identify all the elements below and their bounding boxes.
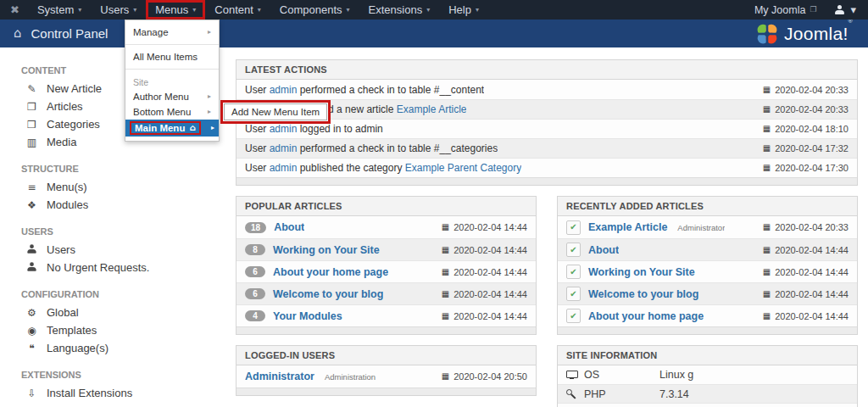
- joomla-color-logo-icon: [756, 23, 778, 45]
- calendar-icon: ▦: [442, 268, 449, 276]
- calendar-icon: ▦: [763, 86, 771, 94]
- site-information-header: SITE INFORMATION: [558, 346, 857, 365]
- article-link[interactable]: About: [588, 244, 619, 256]
- my-joomla-link[interactable]: My Joomla❐: [754, 4, 817, 16]
- recently-added-articles-panel: RECENTLY ADDED ARTICLES ✔Example Article…: [557, 196, 858, 335]
- hits-badge: 6: [245, 288, 265, 299]
- article-link[interactable]: About your home page: [273, 266, 388, 278]
- publish-check-button[interactable]: ✔: [566, 309, 581, 323]
- dropdown-item-all-menu-items[interactable]: All Menu Items: [125, 49, 219, 64]
- nav-item-system[interactable]: System▾: [28, 0, 91, 20]
- pencil-icon: ✎: [25, 84, 38, 94]
- key-icon: [566, 389, 576, 399]
- recent-article-row: ✔Welcome to your blog ▦2020-02-04 14:44: [558, 282, 857, 304]
- sidebar-item-users[interactable]: Users: [0, 241, 227, 259]
- eye-icon: ◉: [25, 326, 38, 336]
- site-information-panel: SITE INFORMATION OS Linux g PHP 7.3.14 M…: [557, 345, 858, 407]
- chevron-down-icon: ▾: [476, 7, 479, 14]
- popular-article-row: 4Your Modules ▦2020-02-04 14:44: [236, 304, 536, 326]
- sidebar-item-menus[interactable]: ≡Menu(s): [0, 178, 227, 196]
- folder-icon: ❒: [25, 120, 38, 130]
- user-link[interactable]: Administrator: [245, 371, 314, 382]
- calendar-icon: ▦: [763, 144, 771, 153]
- publish-check-button[interactable]: ✔: [566, 265, 581, 279]
- nav-item-components[interactable]: Components▾: [270, 0, 359, 20]
- panel-footer: [236, 326, 536, 334]
- flyout-item-add-new-menu-item[interactable]: Add New Menu Item: [224, 103, 327, 120]
- site-info-value: 7.3.14: [659, 388, 689, 400]
- recent-article-row: ✔Working on Your Site ▦2020-02-04 14:44: [558, 260, 857, 282]
- publish-check-button[interactable]: ✔: [566, 220, 581, 235]
- article-link[interactable]: Working on Your Site: [588, 266, 695, 278]
- hits-badge: 8: [245, 244, 265, 255]
- annotation-red-box: Add New Menu Item: [220, 100, 331, 124]
- sidebar-item-templates[interactable]: ◉Templates: [0, 321, 227, 339]
- person-icon: [27, 262, 36, 270]
- sidebar-item-install-extensions[interactable]: ⇩Install Extensions: [0, 384, 227, 402]
- recently-added-header: RECENTLY ADDED ARTICLES: [558, 197, 857, 216]
- media-icon: ▥: [25, 137, 38, 148]
- popular-articles-header: POPULAR ARTICLES: [236, 197, 536, 216]
- user-link[interactable]: admin: [270, 162, 298, 174]
- user-menu[interactable]: ▾: [835, 4, 856, 15]
- popular-articles-panel: POPULAR ARTICLES 18About ▦2020-02-04 14:…: [236, 196, 537, 335]
- menus-dropdown: Manage▸ All Menu Items Site Author Menu▸…: [125, 20, 220, 142]
- category-link[interactable]: Example Parent Category: [405, 162, 521, 174]
- nav-item-menus[interactable]: Menus▾: [146, 0, 205, 20]
- dropdown-item-main-menu[interactable]: Main Menu⌂ ▸: [125, 120, 219, 137]
- logged-in-user-row: AdministratorAdministration ▦2020-02-04 …: [236, 365, 536, 387]
- hits-badge: 6: [245, 266, 265, 277]
- article-link[interactable]: Welcome to your blog: [588, 288, 698, 300]
- check-icon: ✔: [570, 246, 576, 254]
- external-link-icon: ❐: [810, 6, 816, 14]
- articles-icon: ❐: [25, 102, 38, 112]
- nav-item-extensions[interactable]: Extensions▾: [359, 0, 440, 20]
- sidebar-section-users: USERS: [21, 226, 227, 237]
- home-icon: ⌂: [189, 124, 195, 132]
- modules-icon: ❖: [25, 200, 38, 210]
- author-label: Administrator: [677, 223, 725, 232]
- chevron-down-icon: ▾: [850, 4, 856, 15]
- calendar-icon: ▦: [442, 312, 449, 321]
- user-link[interactable]: admin: [270, 142, 298, 154]
- nav-item-users[interactable]: Users▾: [91, 0, 146, 20]
- article-link[interactable]: About your home page: [588, 310, 704, 322]
- publish-check-button[interactable]: ✔: [566, 287, 581, 301]
- calendar-icon: ▦: [763, 268, 771, 276]
- latest-actions-header: LATEST ACTIONS: [236, 60, 857, 80]
- dropdown-item-manage[interactable]: Manage▸: [125, 25, 219, 40]
- panel-footer: [558, 326, 857, 334]
- joomla-logo-icon[interactable]: ✖: [10, 0, 19, 20]
- sidebar-item-no-urgent-requests[interactable]: No Urgent Requests.: [0, 259, 227, 276]
- article-link[interactable]: Working on Your Site: [273, 244, 380, 256]
- article-link[interactable]: About: [274, 221, 304, 233]
- dropdown-item-bottom-menu[interactable]: Bottom Menu▸: [125, 104, 219, 120]
- chevron-right-icon: ▸: [208, 29, 211, 36]
- sidebar-item-languages[interactable]: ❝Language(s): [0, 339, 227, 357]
- dropdown-site-header: Site: [125, 74, 219, 89]
- article-link[interactable]: Your Modules: [273, 310, 342, 322]
- comments-icon: ❝: [25, 343, 38, 354]
- chevron-right-icon: ▸: [211, 125, 214, 131]
- brand-text: Joomla!®: [784, 24, 853, 44]
- dropdown-item-author-menu[interactable]: Author Menu▸: [125, 89, 219, 104]
- user-link[interactable]: admin: [270, 123, 298, 135]
- user-link[interactable]: admin: [270, 84, 298, 96]
- recent-article-row: ✔Example ArticleAdministrator ▦2020-02-0…: [558, 216, 857, 238]
- publish-check-button[interactable]: ✔: [566, 243, 581, 257]
- nav-item-help[interactable]: Help▾: [439, 0, 488, 20]
- site-info-row: OS Linux g: [558, 365, 857, 384]
- sidebar-item-global[interactable]: ⚙Global: [0, 304, 227, 321]
- latest-action-row: User admin performed a check in to table…: [236, 138, 857, 158]
- page-title: Control Panel: [31, 26, 108, 41]
- hits-badge: 4: [245, 310, 265, 321]
- article-link[interactable]: Welcome to your blog: [273, 288, 383, 300]
- sidebar-section-structure: STRUCTURE: [21, 164, 227, 174]
- nav-item-content[interactable]: Content▾: [205, 0, 270, 20]
- sidebar-item-modules[interactable]: ❖Modules: [0, 196, 227, 214]
- top-navbar: ✖ System▾ Users▾ Menus▾ Content▾ Compone…: [0, 0, 868, 20]
- check-icon: ✔: [570, 290, 576, 298]
- joomla-brand-logo[interactable]: Joomla!®: [756, 23, 853, 45]
- article-link[interactable]: Example Article: [397, 103, 467, 115]
- article-link[interactable]: Example Article: [588, 221, 667, 233]
